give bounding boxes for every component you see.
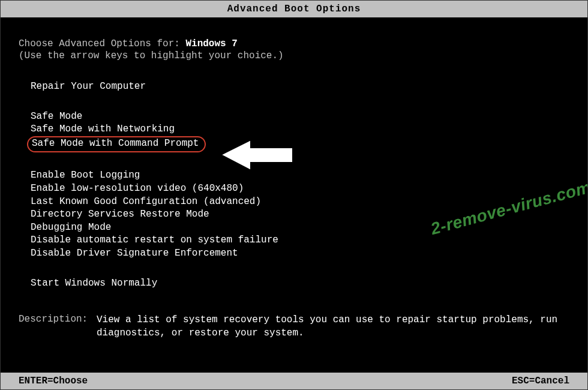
- description-section: Description: View a list of system recov…: [19, 314, 569, 340]
- option-disable-auto-restart[interactable]: Disable automatic restart on system fail…: [31, 234, 569, 247]
- title-text: Advanced Boot Options: [227, 4, 361, 14]
- os-name: Windows 7: [185, 38, 237, 49]
- footer-bar: ENTER=Choose ESC=Cancel: [1, 373, 587, 389]
- description-label: Description:: [19, 314, 97, 340]
- intro-line: Choose Advanced Options for: Windows 7: [19, 38, 569, 49]
- content-area: Choose Advanced Options for: Windows 7 (…: [1, 17, 587, 352]
- footer-esc: ESC=Cancel: [512, 376, 569, 386]
- help-text: (Use the arrow keys to highlight your ch…: [19, 50, 569, 61]
- option-group-advanced: Enable Boot Logging Enable low-resolutio…: [19, 169, 569, 260]
- option-debugging-mode[interactable]: Debugging Mode: [31, 221, 569, 235]
- option-enable-boot-logging[interactable]: Enable Boot Logging: [31, 169, 569, 182]
- option-group-repair: Repair Your Computer: [19, 80, 569, 94]
- option-start-windows-normally[interactable]: Start Windows Normally: [31, 277, 569, 290]
- option-enable-low-res[interactable]: Enable low-resolution video (640x480): [31, 182, 569, 196]
- option-group-normal: Start Windows Normally: [19, 277, 569, 290]
- option-group-safemode: Safe Mode Safe Mode with Networking Safe…: [19, 110, 569, 153]
- option-last-known-good[interactable]: Last Known Good Configuration (advanced): [31, 196, 569, 209]
- intro-prefix: Choose Advanced Options for:: [19, 38, 185, 49]
- title-bar: Advanced Boot Options: [1, 1, 587, 17]
- option-repair-computer[interactable]: Repair Your Computer: [31, 80, 569, 94]
- option-directory-services-restore[interactable]: Directory Services Restore Mode: [31, 208, 569, 221]
- option-safe-mode[interactable]: Safe Mode: [31, 110, 569, 124]
- footer-enter: ENTER=Choose: [19, 376, 88, 386]
- option-safe-mode-command-prompt[interactable]: Safe Mode with Command Prompt: [27, 136, 206, 153]
- description-text: View a list of system recovery tools you…: [97, 314, 569, 340]
- option-safe-mode-networking[interactable]: Safe Mode with Networking: [31, 123, 569, 136]
- option-disable-driver-signature[interactable]: Disable Driver Signature Enforcement: [31, 247, 569, 260]
